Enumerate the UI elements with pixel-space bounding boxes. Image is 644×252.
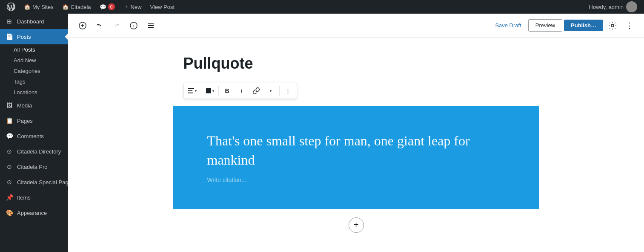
color-icon (205, 87, 212, 94)
tags-label: Tags (14, 78, 25, 85)
comments-item[interactable]: 💬 0 (96, 0, 118, 14)
plus-icon: + (354, 220, 359, 230)
color-btn[interactable]: ▾ (203, 84, 217, 98)
sidebar-item-media[interactable]: 🖼 Media (0, 98, 68, 113)
bold-btn[interactable]: B (220, 84, 234, 98)
sidebar-item-dashboard[interactable]: ⊞ Dashboard (0, 14, 68, 29)
admin-bar: 🏠 My Sites 🏠 Citadela 💬 0 ＋ New View Pos… (0, 0, 644, 14)
howdy-label: Howdy, admin (589, 4, 624, 10)
howdy-area: Howdy, admin (586, 1, 641, 12)
svg-rect-7 (148, 27, 154, 28)
block-title[interactable]: Pullquote (183, 55, 529, 72)
gear-icon (608, 21, 617, 30)
sidebar-subitem-all-posts[interactable]: All Posts (0, 44, 68, 55)
toolbar-divider-1 (201, 86, 201, 96)
svg-rect-5 (148, 23, 154, 24)
list-view-icon (147, 22, 155, 29)
rich-text-dropdown-arrow: ▾ (270, 89, 272, 93)
sidebar-arrow (65, 33, 68, 40)
comment-count: 0 (108, 3, 115, 10)
media-icon: 🖼 (5, 101, 14, 110)
new-item[interactable]: ＋ New (120, 0, 145, 14)
comment-icon: 💬 (100, 4, 106, 10)
sidebar-pages-label: Pages (17, 118, 33, 124)
info-icon: i (130, 22, 137, 29)
site-icon: 🏠 (62, 4, 69, 10)
site-name-item[interactable]: 🏠 Citadela (59, 0, 94, 14)
add-block-area: + (183, 209, 529, 241)
italic-btn[interactable]: I (235, 84, 249, 98)
posts-icon: 📄 (5, 32, 14, 41)
wp-logo-item[interactable] (3, 0, 19, 14)
appearance-icon: 🎨 (5, 209, 14, 217)
svg-rect-10 (188, 93, 193, 93)
link-icon (253, 87, 260, 94)
list-view-btn[interactable] (143, 18, 158, 33)
svg-rect-11 (206, 88, 211, 93)
pullquote-citation[interactable]: Write citation... (207, 177, 505, 183)
preview-btn[interactable]: Preview (528, 19, 562, 32)
sidebar-subitem-locations[interactable]: Locations (0, 87, 68, 98)
main-layout: ⊞ Dashboard 📄 Posts All Posts Add New Ca… (0, 14, 644, 252)
sidebar-item-comments[interactable]: 💬 Comments (0, 128, 68, 144)
citadela-directory-label: Citadela Directory (17, 148, 61, 155)
sidebar-item-citadela-pro[interactable]: ⊙ Citadela Pro (0, 159, 68, 174)
align-btn[interactable]: ▾ (186, 84, 199, 98)
sidebar-item-pages[interactable]: 📋 Pages (0, 113, 68, 128)
more-rich-text-btn[interactable]: ▾ (264, 84, 278, 98)
add-block-icon (79, 22, 86, 29)
view-post-item[interactable]: View Post (147, 0, 178, 14)
add-block-btn[interactable]: + (349, 217, 364, 233)
editor-toolbar: i Save Draft Preview Publish… ⋮ (68, 14, 644, 38)
sidebar-items-label: Items (17, 194, 31, 201)
comments-icon: 💬 (5, 132, 14, 140)
svg-text:i: i (133, 23, 134, 28)
settings-btn[interactable] (605, 18, 620, 33)
new-label: New (131, 4, 142, 10)
toolbar-divider-2 (218, 86, 219, 96)
pullquote-block[interactable]: That's one small step for man, one giant… (173, 106, 539, 209)
sidebar-subitem-tags[interactable]: Tags (0, 76, 68, 87)
sidebar-comments-label: Comments (17, 133, 44, 139)
block-toolbar: ▾ ▾ B I ▾ (183, 83, 297, 99)
sidebar-item-citadela-special-pages[interactable]: ⊙ Citadela Special Pages (0, 174, 68, 190)
svg-rect-6 (148, 25, 154, 26)
undo-icon (96, 22, 103, 29)
editor-inner: Pullquote ▾ ▾ B I (173, 38, 539, 252)
align-dropdown-arrow: ▾ (195, 89, 197, 93)
citadela-directory-icon: ⊙ (5, 147, 14, 156)
info-btn[interactable]: i (126, 18, 141, 33)
sidebar-item-items[interactable]: 📌 Items (0, 190, 68, 205)
site-name-label: Citadela (71, 4, 91, 10)
citadela-special-pages-icon: ⊙ (5, 178, 14, 186)
svg-rect-8 (188, 88, 194, 89)
more-options-btn[interactable]: ⋮ (622, 18, 637, 33)
all-posts-label: All Posts (14, 46, 35, 53)
publish-btn[interactable]: Publish… (564, 20, 603, 31)
sidebar-dashboard-label: Dashboard (17, 18, 44, 25)
items-icon: 📌 (5, 193, 14, 202)
link-btn[interactable] (249, 84, 263, 98)
redo-icon (113, 22, 120, 29)
sidebar-media-label: Media (17, 102, 32, 109)
add-block-toolbar-btn[interactable] (75, 18, 90, 33)
my-sites-label: My Sites (32, 4, 54, 10)
color-dropdown-arrow: ▾ (212, 89, 214, 93)
sidebar-item-citadela-directory[interactable]: ⊙ Citadela Directory (0, 144, 68, 159)
redo-btn[interactable] (109, 18, 124, 33)
pullquote-text[interactable]: That's one small step for man, one giant… (207, 131, 505, 170)
editor-area: i Save Draft Preview Publish… ⋮ Pullquot… (68, 14, 644, 252)
sidebar-subitem-categories[interactable]: Categories (0, 66, 68, 76)
save-draft-btn[interactable]: Save Draft (490, 20, 526, 31)
sidebar-item-appearance[interactable]: 🎨 Appearance (0, 205, 68, 220)
undo-btn[interactable] (92, 18, 107, 33)
block-more-btn[interactable]: ⋮ (281, 84, 295, 98)
sidebar: ⊞ Dashboard 📄 Posts All Posts Add New Ca… (0, 14, 68, 252)
editor-content: Pullquote ▾ ▾ B I (68, 38, 644, 252)
avatar (626, 1, 637, 12)
sidebar-subitem-add-new[interactable]: Add New (0, 55, 68, 66)
my-sites-item[interactable]: 🏠 My Sites (20, 0, 57, 14)
align-icon (188, 87, 195, 94)
toolbar-divider-3 (279, 86, 280, 96)
sidebar-item-posts[interactable]: 📄 Posts (0, 29, 68, 44)
